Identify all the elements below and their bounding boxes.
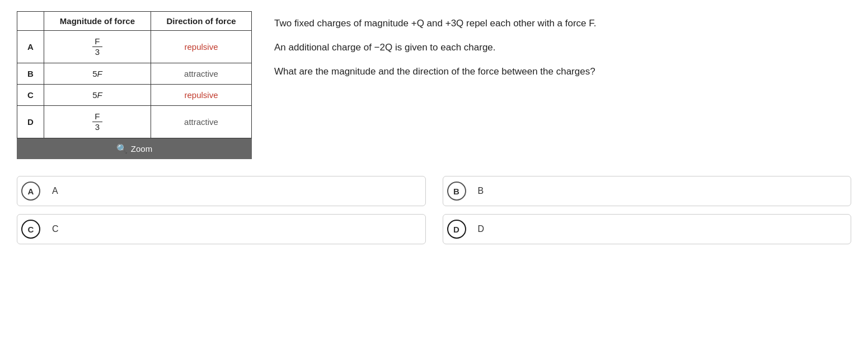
search-icon: 🔍 (116, 143, 128, 154)
main-content: Magnitude of force Direction of force A … (17, 11, 851, 159)
row-a-direction: repulsive (151, 31, 251, 63)
answer-circle-a: A (17, 176, 44, 206)
answer-option-d[interactable]: D D (443, 214, 852, 244)
question-section: Two fixed charges of magnitude +Q and +3… (274, 11, 851, 89)
zoom-label: Zoom (131, 144, 152, 154)
answer-circle-b: B (443, 176, 470, 206)
row-a-magnitude: F 3 (44, 31, 151, 63)
question-paragraph-2: An additional charge of −2Q is given to … (274, 40, 851, 55)
magnitude-c-text: 5F (92, 90, 102, 100)
answer-circle-d: D (443, 215, 470, 244)
direction-b-text: attractive (184, 69, 218, 78)
row-label-a: A (17, 31, 44, 63)
row-c-magnitude: 5F (44, 85, 151, 106)
answer-option-c[interactable]: C C (17, 214, 426, 244)
answer-option-b[interactable]: B B (443, 176, 852, 206)
table-row: D F 3 attractive (17, 106, 252, 138)
circle-label-a: A (21, 182, 40, 201)
fraction-a-numerator: F (92, 36, 102, 47)
question-paragraph-1: Two fixed charges of magnitude +Q and +3… (274, 16, 851, 31)
circle-label-d: D (447, 220, 466, 239)
fraction-d: F 3 (92, 111, 102, 132)
row-d-magnitude: F 3 (44, 106, 151, 138)
table-section: Magnitude of force Direction of force A … (17, 11, 252, 159)
fraction-d-numerator: F (92, 111, 102, 122)
zoom-button[interactable]: 🔍 Zoom (17, 138, 252, 159)
table-empty-header (17, 12, 44, 31)
answer-option-a[interactable]: A A (17, 176, 426, 206)
circle-label-c: C (21, 220, 40, 239)
table-row: A F 3 repulsive (17, 31, 252, 63)
table-header-direction: Direction of force (151, 12, 251, 31)
row-label-b: B (17, 63, 44, 85)
answer-text-b: B (470, 180, 851, 202)
fraction-a: F 3 (92, 36, 102, 57)
answers-section: A A B B C C D D (17, 176, 851, 244)
table-row: B 5F attractive (17, 63, 252, 85)
direction-c-text: repulsive (184, 90, 218, 100)
answer-text-d: D (470, 219, 851, 240)
direction-d-text: attractive (184, 117, 218, 127)
row-d-direction: attractive (151, 106, 251, 138)
answer-text-a: A (44, 180, 425, 202)
question-paragraph-3: What are the magnitude and the direction… (274, 64, 851, 79)
table-row: C 5F repulsive (17, 85, 252, 106)
force-table: Magnitude of force Direction of force A … (17, 11, 252, 138)
magnitude-b-text: 5F (92, 69, 102, 78)
row-label-c: C (17, 85, 44, 106)
fraction-a-denominator: 3 (93, 47, 102, 57)
fraction-d-denominator: 3 (93, 122, 102, 132)
direction-a-text: repulsive (184, 42, 218, 52)
row-c-direction: repulsive (151, 85, 251, 106)
row-b-direction: attractive (151, 63, 251, 85)
table-header-magnitude: Magnitude of force (44, 12, 151, 31)
answer-circle-c: C (17, 215, 44, 244)
row-b-magnitude: 5F (44, 63, 151, 85)
answer-text-c: C (44, 219, 425, 240)
row-label-d: D (17, 106, 44, 138)
circle-label-b: B (447, 182, 466, 201)
